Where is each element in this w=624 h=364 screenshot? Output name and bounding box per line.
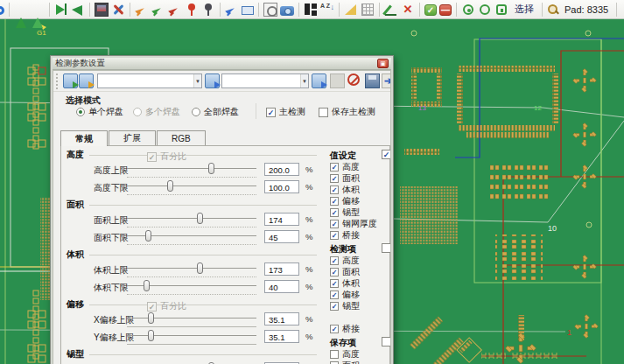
import-params-icon[interactable] — [63, 74, 78, 88]
delete-red-icon[interactable]: ✕ — [401, 3, 415, 17]
ruler-triangle-icon[interactable] — [344, 3, 358, 17]
tab-rgb[interactable]: RGB — [157, 130, 206, 145]
tab-extended[interactable]: 扩展 — [109, 130, 156, 145]
checkbox-item[interactable]: ✓锡型 — [326, 300, 391, 312]
value-input[interactable]: 174 — [264, 213, 299, 226]
checkbox-icon[interactable]: ✓ — [330, 231, 339, 240]
value-input[interactable]: 200.0 — [264, 163, 299, 176]
slider[interactable] — [127, 178, 256, 196]
pin-dark-icon[interactable] — [201, 3, 215, 17]
block-icon[interactable] — [347, 74, 360, 86]
checkbox-item[interactable]: ✓锡型 — [326, 206, 391, 218]
pin-red-icon[interactable] — [185, 3, 199, 17]
checkbox-icon[interactable]: ✓ — [330, 279, 339, 288]
checkbox-icon[interactable]: ✓ — [330, 208, 339, 217]
poly-green-a-icon[interactable] — [14, 3, 28, 17]
checkbox-item[interactable]: ✓体积 — [326, 184, 391, 195]
group-master-checkbox[interactable] — [382, 243, 391, 253]
chevron-down-icon[interactable]: ▼ — [193, 74, 201, 88]
dart-orange-icon[interactable] — [135, 3, 149, 17]
checkbox-icon[interactable] — [330, 350, 339, 359]
checkbox-item[interactable]: ✓桥接 — [326, 229, 391, 241]
value-input[interactable]: 35.1 — [264, 312, 299, 326]
slider-track[interactable] — [127, 335, 256, 336]
slider[interactable] — [127, 261, 256, 278]
dart-green-icon[interactable] — [151, 3, 165, 17]
mode-radio-3[interactable]: 全部焊盘 — [192, 106, 239, 118]
checkbox-icon[interactable]: ✓ — [330, 186, 339, 194]
checkbox-item[interactable]: ✓面积 — [326, 266, 391, 277]
checkbox-icon[interactable] — [330, 361, 339, 364]
slider-thumb[interactable] — [148, 312, 154, 324]
slider-track[interactable] — [127, 186, 256, 186]
flag-green-icon[interactable] — [54, 3, 68, 17]
apply-template-icon-1[interactable] — [205, 74, 220, 88]
apply-template-icon-2[interactable] — [312, 74, 326, 88]
save-icon[interactable] — [365, 74, 380, 88]
slider[interactable] — [127, 360, 256, 364]
checkbox-icon[interactable] — [319, 108, 328, 117]
slider-track[interactable] — [127, 168, 256, 169]
checkbox-icon[interactable]: ✓ — [330, 325, 339, 333]
slider[interactable] — [127, 278, 256, 296]
slider-thumb[interactable] — [167, 180, 173, 192]
checkbox-item[interactable]: ✓桥接 — [326, 323, 391, 334]
image-icon[interactable] — [95, 3, 109, 17]
checkbox-icon[interactable]: ✓ — [330, 268, 339, 276]
circle-green-icon[interactable] — [480, 4, 490, 15]
radio-icon[interactable] — [192, 108, 200, 116]
slider[interactable] — [127, 328, 256, 346]
rect-select-icon[interactable] — [242, 6, 254, 15]
value-input[interactable]: 45 — [264, 230, 299, 243]
poly-green-b-icon[interactable] — [31, 3, 45, 17]
slider-thumb[interactable] — [145, 230, 151, 242]
tab-general[interactable]: 常规 — [60, 130, 108, 146]
grid-gray-icon[interactable] — [361, 4, 374, 16]
tools-icon[interactable] — [111, 3, 125, 17]
dart-red-icon[interactable] — [168, 3, 182, 17]
slider-thumb[interactable] — [148, 330, 154, 341]
slider-track[interactable] — [127, 268, 256, 269]
squares-black-icon[interactable] — [304, 3, 318, 17]
value-input[interactable]: 40 — [264, 280, 299, 293]
radio-icon[interactable] — [76, 108, 85, 116]
export-params-icon[interactable] — [79, 74, 94, 88]
group-master-checkbox[interactable]: ✓ — [382, 150, 391, 159]
slider-thumb[interactable] — [208, 163, 214, 174]
value-input[interactable]: 100.0 — [264, 180, 299, 193]
checkbox-item[interactable]: ✓体积 — [326, 277, 391, 289]
slider[interactable] — [127, 211, 256, 228]
camera-icon[interactable] — [280, 6, 294, 16]
checkbox-icon[interactable]: ✓ — [330, 290, 339, 299]
checkbox-item[interactable]: 面积 — [326, 360, 391, 364]
checkbox-item[interactable]: ✓面积 — [326, 172, 391, 184]
grid-circle-icon[interactable] — [263, 3, 277, 17]
param-template-combobox-2[interactable]: ▼ — [221, 74, 309, 88]
checkbox-icon[interactable]: ✓ — [266, 108, 276, 117]
value-input[interactable]: 35.1 — [264, 330, 299, 343]
circle-blue-icon[interactable] — [0, 6, 4, 15]
checkbox-icon[interactable]: ✓ — [330, 163, 339, 172]
dialog-titlebar[interactable]: 检测参数设置 ▣ — [53, 58, 391, 70]
checkbox-icon[interactable]: ✓ — [330, 174, 339, 183]
checkbox-item[interactable]: ✓偏移 — [326, 289, 391, 300]
horn-green-icon[interactable] — [71, 3, 85, 17]
slider[interactable] — [127, 228, 256, 246]
check-green-icon[interactable]: ✓ — [424, 4, 437, 16]
exit-dialog-icon[interactable] — [382, 74, 391, 88]
checkbox-icon[interactable]: ✓ — [330, 302, 339, 311]
slider-track[interactable] — [127, 318, 256, 318]
checkbox-item[interactable]: ✓钢网厚度 — [326, 218, 391, 229]
slider[interactable] — [127, 161, 256, 178]
checkbox-item[interactable]: ✓偏移 — [326, 195, 391, 206]
slider[interactable] — [127, 311, 256, 328]
mode-checkbox-2[interactable]: 保存主检测 — [319, 106, 375, 118]
mode-radio-1[interactable]: 单个焊盘 — [76, 106, 123, 118]
slider-thumb[interactable] — [197, 262, 203, 274]
checkbox-icon[interactable]: ✓ — [330, 220, 339, 228]
magnifier-icon[interactable] — [547, 4, 558, 15]
checkbox-item[interactable]: ✓高度 — [326, 161, 391, 172]
square-dot-green-icon[interactable] — [496, 4, 507, 15]
checkbox-icon[interactable]: ✓ — [330, 197, 339, 206]
checkbox-icon[interactable]: ✓ — [330, 256, 339, 265]
